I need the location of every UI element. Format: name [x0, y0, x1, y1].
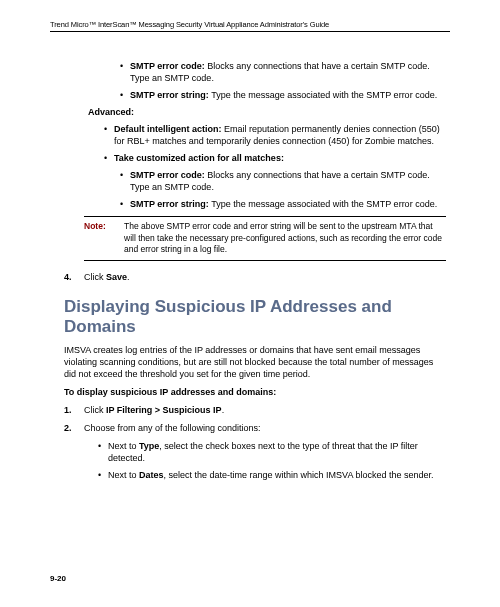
bullet-icon: • [120, 198, 130, 210]
note-box: Note: The above SMTP error code and erro… [84, 216, 446, 260]
header-rule [50, 31, 450, 32]
bullet-icon: • [120, 60, 130, 84]
item-label: Take customized action for all matches: [114, 153, 284, 163]
item-post: , select the date-time range within whic… [164, 470, 434, 480]
step-2: 2. Choose from any of the following cond… [64, 422, 446, 434]
note-text: The above SMTP error code and error stri… [124, 221, 442, 255]
list-item: •Default intelligent action: Email reput… [104, 123, 446, 147]
list-item: •SMTP error code: Blocks any connections… [120, 169, 446, 193]
page-number: 9-20 [50, 574, 66, 583]
step-pre: Click [84, 405, 106, 415]
list-item: •Next to Dates, select the date-time ran… [98, 469, 446, 481]
item-label: Default intelligent action: [114, 124, 222, 134]
step-number: 2. [64, 422, 84, 434]
section-heading: Displaying Suspicious IP Addresses and D… [64, 297, 446, 336]
step-text: Choose from any of the following conditi… [84, 422, 446, 434]
ordered-list-2: 1. Click IP Filtering > Suspicious IP. 2… [64, 404, 446, 434]
step-bold: IP Filtering > Suspicious IP [106, 405, 222, 415]
bullet-list-1: •SMTP error code: Blocks any connections… [64, 60, 446, 101]
bullet-icon: • [104, 152, 114, 164]
item-pre: Next to [108, 470, 139, 480]
item-label: SMTP error string: [130, 90, 209, 100]
step-post: . [222, 405, 225, 415]
item-bold: Dates [139, 470, 164, 480]
item-label: SMTP error code: [130, 170, 205, 180]
running-header: Trend Micro™ InterScan™ Messaging Securi… [50, 20, 450, 32]
step-4: 4. Click Save. [64, 271, 446, 283]
item-bold: Type [139, 441, 159, 451]
bullet-icon: • [120, 89, 130, 101]
bullet-icon: • [98, 469, 108, 481]
bullet-icon: • [104, 123, 114, 147]
bullet-list-sub: •SMTP error code: Blocks any connections… [64, 169, 446, 210]
item-label: SMTP error code: [130, 61, 205, 71]
list-item: •Next to Type, select the check boxes ne… [98, 440, 446, 464]
list-item: •SMTP error string: Type the message ass… [120, 198, 446, 210]
page: Trend Micro™ InterScan™ Messaging Securi… [0, 0, 500, 607]
item-label: SMTP error string: [130, 199, 209, 209]
step-bold: Save [106, 272, 127, 282]
bullet-icon: • [120, 169, 130, 193]
step-pre: Click [84, 272, 106, 282]
note-label: Note: [84, 221, 124, 255]
item-pre: Next to [108, 441, 139, 451]
item-text: Type the message associated with the SMT… [209, 90, 437, 100]
step-post: . [127, 272, 130, 282]
list-item: •Take customized action for all matches: [104, 152, 446, 164]
bullet-list-conditions: •Next to Type, select the check boxes ne… [64, 440, 446, 481]
body-text: •SMTP error code: Blocks any connections… [64, 34, 446, 481]
bullet-list-advanced: •Default intelligent action: Email reput… [64, 123, 446, 164]
step-number: 4. [64, 271, 84, 283]
sub-heading: To display suspicious IP addresses and d… [64, 386, 446, 398]
advanced-label: Advanced: [64, 106, 446, 118]
item-text: Type the message associated with the SMT… [209, 199, 437, 209]
header-text: Trend Micro™ InterScan™ Messaging Securi… [50, 20, 329, 29]
bullet-icon: • [98, 440, 108, 464]
step-1: 1. Click IP Filtering > Suspicious IP. [64, 404, 446, 416]
list-item: •SMTP error code: Blocks any connections… [120, 60, 446, 84]
intro-paragraph: IMSVA creates log entries of the IP addr… [64, 344, 446, 380]
list-item: •SMTP error string: Type the message ass… [120, 89, 446, 101]
ordered-list: 4. Click Save. [64, 271, 446, 283]
step-number: 1. [64, 404, 84, 416]
